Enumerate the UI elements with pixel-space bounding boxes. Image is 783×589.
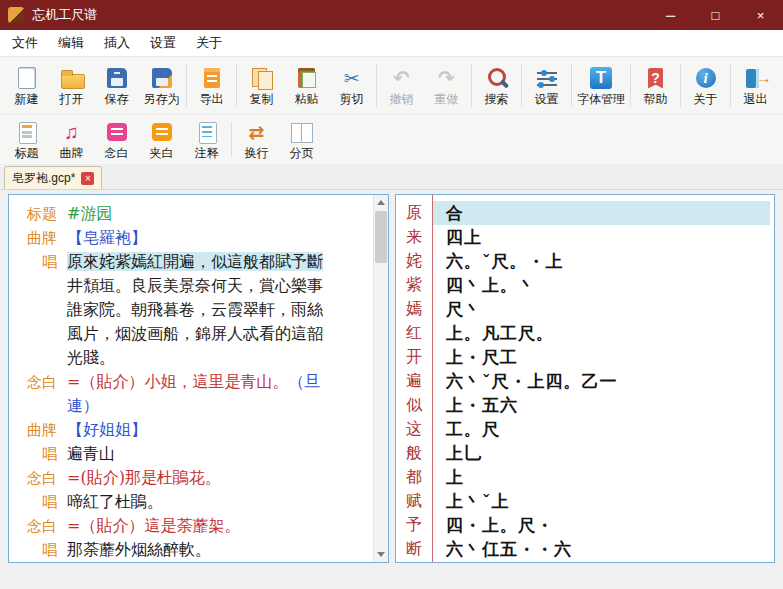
line-type-label — [19, 394, 67, 418]
lyric-char: 似 — [396, 393, 432, 417]
maximize-button[interactable]: □ — [693, 0, 738, 30]
tab-label: 皂罗袍.gcp* — [12, 170, 75, 187]
line-type-label: 曲牌 — [19, 226, 67, 250]
scroll-down-button[interactable] — [374, 547, 388, 562]
export-button[interactable]: 导出 — [189, 63, 234, 108]
about-button[interactable]: 关于 — [683, 63, 728, 108]
page-break-button[interactable]: 分页 — [279, 117, 324, 162]
line-type-label: 唱 — [19, 250, 67, 274]
editor-line-12[interactable]: 唱啼紅了杜鵑。 — [19, 490, 364, 514]
gongche-notation: 尺丶 — [433, 297, 770, 321]
line-type-label: 念白 — [19, 514, 67, 538]
line-text: 遍青山 — [67, 442, 115, 466]
text-segment: 連） — [67, 396, 99, 415]
text-segment: 【好姐姐】 — [67, 420, 147, 439]
editor-line-0[interactable]: 标题#游园 — [19, 202, 364, 226]
scroll-thumb[interactable] — [375, 211, 387, 263]
text-segment: =（貼介）小姐，這里是青山。 — [67, 372, 288, 391]
editor-line-5[interactable]: 風片，烟波画船，錦屏人忒看的這韶 — [19, 322, 364, 346]
scroll-up-button[interactable] — [374, 195, 388, 210]
tab-zaoluopao-gcp[interactable]: 皂罗袍.gcp*× — [4, 166, 102, 189]
notation-row-13: 予四・上。尺・ — [396, 513, 770, 537]
editor-panel[interactable]: 标题#游园曲牌【皂羅袍】唱原來姹紫嫣紅開遍，似這般都賦予斷井頹垣。良辰美景奈何天… — [8, 194, 389, 563]
editor-scrollbar[interactable] — [373, 195, 388, 562]
save-as-button[interactable]: 另存为 — [139, 63, 184, 108]
minimize-button[interactable]: ─ — [648, 0, 693, 30]
close-button[interactable]: × — [738, 0, 783, 30]
spoken-part-button[interactable]: 念白 — [94, 117, 139, 162]
settings-label: 设置 — [535, 92, 559, 106]
lyric-char: 来 — [396, 225, 432, 249]
tune-name-button[interactable]: 曲牌 — [49, 117, 94, 162]
toolbar-separator — [236, 64, 237, 107]
help-label: 帮助 — [644, 92, 668, 106]
line-type-label: 唱 — [19, 490, 67, 514]
text-segment: #游园 — [67, 204, 112, 223]
editor-line-6[interactable]: 光賤。 — [19, 346, 364, 370]
open-folder-icon — [57, 65, 87, 91]
gongche-notation: 上・五六 — [433, 393, 770, 417]
arrow-down-icon — [377, 552, 385, 557]
paste-icon — [292, 65, 322, 91]
notation-row-7: 遍六丶ˇ尺・上四。乙一 — [396, 369, 770, 393]
redo-label: 重做 — [435, 92, 459, 106]
lyric-char: 紫 — [396, 273, 432, 297]
help-button[interactable]: 帮助 — [633, 63, 678, 108]
editor-line-1[interactable]: 曲牌【皂羅袍】 — [19, 226, 364, 250]
notation-row-5: 红上。凡工尺。 — [396, 321, 770, 345]
title-block-button[interactable]: 标题 — [4, 117, 49, 162]
gongche-notation: 工。尺 — [433, 417, 770, 441]
line-type-label — [19, 298, 67, 322]
cut-button[interactable]: 剪切 — [329, 63, 374, 108]
editor-text[interactable]: 标题#游园曲牌【皂羅袍】唱原來姹紫嫣紅開遍，似這般都賦予斷井頹垣。良辰美景奈何天… — [9, 195, 388, 562]
search-label: 搜索 — [485, 92, 509, 106]
editor-line-3[interactable]: 井頹垣。良辰美景奈何天，賞心樂事 — [19, 274, 364, 298]
export-label: 导出 — [200, 92, 224, 106]
editor-line-11[interactable]: 念白=(貼介)那是杜鵑花。 — [19, 466, 364, 490]
menu-item-edit[interactable]: 编辑 — [48, 31, 94, 55]
line-break-button[interactable]: 换行 — [234, 117, 279, 162]
notation-row-14: 断六丶仜五・・六 — [396, 537, 770, 561]
gongche-notation: 六丶仜五・・六 — [433, 537, 770, 561]
editor-line-8[interactable]: 連） — [19, 394, 364, 418]
menu-item-settings[interactable]: 设置 — [140, 31, 186, 55]
exit-button[interactable]: 退出 — [733, 63, 778, 108]
line-text: 啼紅了杜鵑。 — [67, 490, 163, 514]
toolbar-separator — [521, 64, 522, 107]
editor-line-7[interactable]: 念白=（貼介）小姐，這里是青山。（旦 — [19, 370, 364, 394]
notation-row-2: 姹六。ˇ尺。・上 — [396, 249, 770, 273]
editor-line-4[interactable]: 誰家院。朝飛暮卷，云霞翠軒，雨絲 — [19, 298, 364, 322]
notation-row-9: 这工。尺 — [396, 417, 770, 441]
line-type-label: 标题 — [19, 202, 67, 226]
notation-row-4: 嫣尺丶 — [396, 297, 770, 321]
tab-close-icon[interactable]: × — [81, 172, 94, 185]
save-as-icon — [147, 65, 177, 91]
toolbar-separator — [730, 64, 731, 107]
new-button[interactable]: 新建 — [4, 63, 49, 108]
window-controls: ─ □ × — [648, 0, 783, 30]
new-file-icon — [12, 65, 42, 91]
annotation-button[interactable]: 注释 — [184, 117, 229, 162]
save-button[interactable]: 保存 — [94, 63, 139, 108]
editor-line-10[interactable]: 唱遍青山 — [19, 442, 364, 466]
editor-line-13[interactable]: 念白=（貼介）這是荼蘼架。 — [19, 514, 364, 538]
copy-button[interactable]: 复制 — [239, 63, 284, 108]
text-segment: 風片，烟波画船，錦屏人忒看的這韶 — [67, 324, 323, 343]
inline-speech-button[interactable]: 夹白 — [139, 117, 184, 162]
menu-item-about[interactable]: 关于 — [186, 31, 232, 55]
paste-button[interactable]: 粘贴 — [284, 63, 329, 108]
app-logo-icon — [8, 7, 24, 23]
notation-panel[interactable]: 原合来四上姹六。ˇ尺。・上紫四丶上。丶嫣尺丶红上。凡工尺。开上・尺工遍六丶ˇ尺・… — [395, 194, 775, 563]
paste-label: 粘贴 — [295, 92, 319, 106]
search-button[interactable]: 搜索 — [474, 63, 519, 108]
menu-item-file[interactable]: 文件 — [2, 31, 48, 55]
editor-line-14[interactable]: 唱那荼蘼外烟絲醉軟。 — [19, 538, 364, 562]
open-button[interactable]: 打开 — [49, 63, 94, 108]
editor-line-9[interactable]: 曲牌【好姐姐】 — [19, 418, 364, 442]
editor-line-2[interactable]: 唱原來姹紫嫣紅開遍，似這般都賦予斷 — [19, 250, 364, 274]
menu-item-insert[interactable]: 插入 — [94, 31, 140, 55]
settings-button[interactable]: 设置 — [524, 63, 569, 108]
font-manager-button[interactable]: 字体管理 — [574, 63, 628, 108]
toolbar-separator — [231, 122, 232, 157]
notation-row-6: 开上・尺工 — [396, 345, 770, 369]
